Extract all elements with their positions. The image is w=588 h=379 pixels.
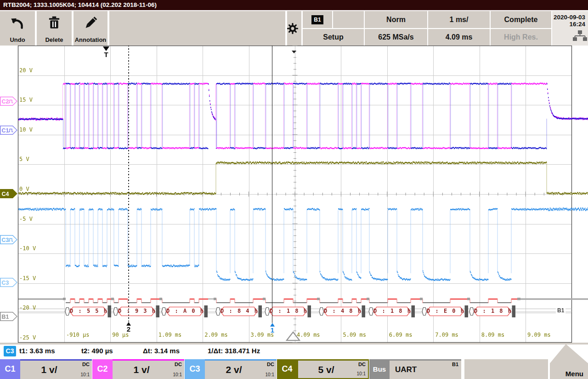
bus-frame-value: D : 8 4 h	[220, 308, 257, 314]
bus-badge[interactable]: Bus	[369, 359, 390, 379]
channel-probe-ratio: 10:1	[173, 372, 182, 377]
annotation-button[interactable]: Annotation	[74, 11, 107, 46]
channel-coupling: DC	[358, 362, 366, 367]
channel-coupling: DC	[267, 362, 274, 367]
channel-badge-c3[interactable]: C3	[185, 359, 205, 379]
channel-bar: C11 v/DC10:1C21 v/DC10:1C32 v/DC10:1C45 …	[0, 359, 588, 379]
svg-text:C3: C3	[2, 237, 9, 243]
chevron-down-icon[interactable]	[292, 51, 296, 53]
datetime-cell: 2020-09-03 16:24	[552, 11, 588, 46]
cursor-1-label[interactable]: 1	[268, 323, 277, 334]
channel-coupling: DC	[175, 362, 182, 367]
v-axis-label: -5 V	[19, 216, 33, 222]
menu-label[interactable]: Menu	[565, 370, 583, 378]
trigger-position-marker[interactable]: T	[103, 46, 109, 58]
t-axis-label: 1.09 ms	[158, 332, 182, 338]
bus-frame-value: D : 9 3 h	[118, 308, 155, 314]
bus-protocol-label: UART	[395, 361, 417, 379]
timebase-cell[interactable]: 1 ms/	[428, 11, 490, 28]
svg-text:C2: C2	[2, 98, 9, 105]
bus-frame-value: D : 5 5 h	[70, 308, 107, 314]
channel-scale: 1 v/	[113, 361, 170, 379]
t-axis-label: 8.09 ms	[481, 332, 505, 338]
t1-readout: t1: 3.63 ms	[19, 347, 55, 355]
bus-name-label: B1	[556, 307, 565, 314]
sample-rate-cell[interactable]: 625 MSa/s	[365, 29, 427, 46]
cursor-2-label[interactable]: 2	[124, 322, 133, 333]
svg-text:C3: C3	[2, 280, 9, 286]
channel-probe-ratio: 10:1	[266, 372, 274, 377]
waveform-display[interactable]	[0, 0, 588, 379]
cursor-1-line[interactable]	[272, 46, 272, 323]
t-axis-label: 5.09 ms	[343, 332, 366, 338]
empty-cell	[464, 359, 548, 379]
channel-coupling: DC	[82, 362, 90, 367]
svg-text:C1: C1	[2, 127, 9, 134]
channel-scale: 1 v/	[20, 361, 78, 379]
v-axis-label: 15 V	[19, 97, 33, 103]
v-axis-label: 5 V	[19, 156, 29, 162]
trigger-mode-cell[interactable]: Norm	[365, 11, 427, 28]
pencil-icon	[82, 15, 99, 31]
v-axis-label: -10 V	[19, 245, 36, 252]
delta-t-readout: Δt: 3.14 ms	[143, 347, 180, 355]
channel-marker-c1[interactable]: C1	[0, 126, 17, 135]
cursor-2-line[interactable]	[128, 46, 129, 322]
channel-badge-c2[interactable]: C2	[92, 359, 113, 379]
channel-badge-c4[interactable]: C4	[277, 359, 297, 379]
channel-marker-c3[interactable]: C3	[0, 235, 17, 244]
measurement-source-badge: C3	[4, 346, 16, 356]
v-axis-label: -20 V	[19, 304, 36, 311]
t-axis-label: 7.09 ms	[435, 332, 458, 338]
bus-frame-value: D : 1 8 h	[474, 308, 511, 314]
t-axis-label: -910 µs	[66, 332, 90, 338]
channel-badge-c1[interactable]: C1	[0, 359, 20, 379]
channel-cell-c3[interactable]: 2 v/DC10:1	[205, 359, 277, 379]
channel-probe-ratio: 10:1	[357, 371, 366, 376]
channel-cell-c1[interactable]: 1 v/DC10:1	[20, 359, 92, 379]
empty-status-cell[interactable]	[333, 11, 364, 28]
channel-marker-c2[interactable]: C2	[0, 97, 17, 106]
title-bar: RTB2004; 1333.1005K04; 104414 (02.202 20…	[0, 0, 588, 10]
toolbar-spacer	[109, 11, 285, 46]
t-axis-label: 4.09 ms	[297, 332, 320, 338]
bus-frame-value: D : 1 8 h	[373, 308, 410, 314]
channel-cell-c2[interactable]: 1 v/DC10:1	[113, 359, 184, 379]
v-axis-label: -15 V	[19, 275, 36, 281]
v-axis-label: 20 V	[19, 67, 33, 74]
inverse-delta-t-readout: 1/Δt: 318.471 Hz	[208, 347, 260, 355]
t-axis-label: 6.09 ms	[389, 332, 413, 338]
t-axis-label: 2.09 ms	[204, 332, 228, 338]
network-icon	[571, 30, 588, 42]
v-axis-label: 0 V	[19, 186, 29, 192]
bus-frame-value: D : 1 8 h	[270, 308, 306, 314]
setup-cell[interactable]: Setup	[303, 29, 364, 46]
channel-marker-c3[interactable]: C3	[0, 278, 17, 287]
channel-cell-c4[interactable]: 5 v/DC10:1	[297, 359, 369, 379]
undo-button[interactable]: Undo	[0, 11, 35, 46]
toolbar: Undo Delete Annotation	[0, 10, 588, 46]
gear-icon	[287, 23, 298, 34]
undo-icon	[9, 15, 26, 31]
svg-text:C4: C4	[2, 191, 9, 197]
settings-button[interactable]	[287, 11, 301, 46]
horizontal-position-cell[interactable]: 4.09 ms	[428, 29, 490, 46]
v-axis-label: 10 V	[19, 126, 33, 133]
measurement-bar: C3 t1: 3.63 ms t2: 490 µs Δt: 3.14 ms 1/…	[0, 345, 588, 359]
bus-frame-value: D : 4 8 h	[324, 308, 361, 314]
delete-button[interactable]: Delete	[37, 11, 72, 46]
bus-frame-value: D : A 0 h	[166, 308, 203, 314]
bus-status-cell[interactable]: B1	[303, 11, 332, 28]
t-axis-label: 9.09 ms	[527, 332, 551, 338]
trash-icon	[46, 15, 62, 31]
bus-cell[interactable]: UART B1	[390, 359, 461, 379]
time-label: 16:24	[552, 21, 588, 28]
channel-scale: 2 v/	[205, 361, 263, 379]
bus-frame-value: D : E 0 h	[427, 308, 464, 314]
t2-readout: t2: 490 µs	[81, 347, 113, 355]
channel-marker-b1[interactable]: B1	[0, 312, 17, 321]
date-label: 2020-09-03	[552, 14, 588, 21]
channel-marker-c4[interactable]: C4	[0, 189, 17, 198]
acquisition-state-cell[interactable]: Complete	[491, 11, 551, 28]
acquisition-mode-cell[interactable]: High Res.	[491, 29, 551, 46]
